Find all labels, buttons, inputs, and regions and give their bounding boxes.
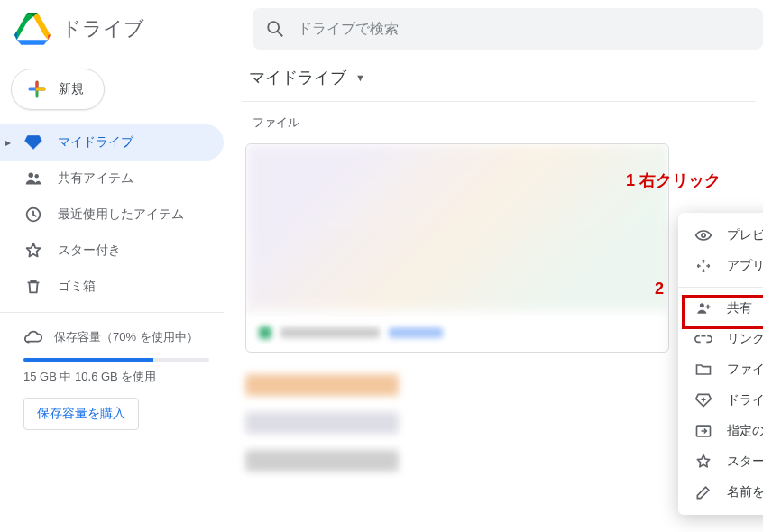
file-thumbnail[interactable] bbox=[245, 143, 669, 353]
drive-logo-icon bbox=[14, 13, 51, 45]
sidebar-item-label: ゴミ箱 bbox=[58, 279, 96, 295]
top-bar: ドライブ bbox=[0, 0, 763, 58]
divider bbox=[0, 312, 224, 313]
mydrive-icon bbox=[23, 133, 43, 152]
search-input[interactable] bbox=[298, 21, 750, 37]
sidebar-item-mydrive[interactable]: ▸ マイドライブ bbox=[0, 124, 224, 161]
list-item[interactable] bbox=[245, 412, 399, 434]
context-menu: プレビュー アプリで開く › 共有 リンクを取得 ファイルの場所を表示 bbox=[678, 213, 763, 515]
eye-icon bbox=[694, 226, 712, 244]
open-with-icon bbox=[694, 257, 712, 275]
divider bbox=[678, 287, 763, 288]
search-bar[interactable] bbox=[253, 8, 763, 50]
ctx-preview[interactable]: プレビュー bbox=[678, 220, 763, 251]
sidebar: 新規 ▸ マイドライブ 共有アイテム 最近使用したアイテム bbox=[0, 58, 231, 532]
chevron-down-icon: ▼ bbox=[355, 72, 365, 83]
person-add-icon bbox=[694, 299, 712, 317]
ctx-label: 指定の場所へ移動 bbox=[727, 423, 763, 439]
ctx-label: スターを追加 bbox=[727, 454, 763, 470]
ctx-move-to[interactable]: 指定の場所へ移動 bbox=[678, 416, 763, 446]
app-name: ドライブ bbox=[61, 15, 144, 42]
storage-section: 保存容量（70% を使用中） 15 GB 中 10.6 GB を使用 保存容量を… bbox=[0, 327, 224, 430]
ctx-show-location[interactable]: ファイルの場所を表示 bbox=[678, 354, 763, 385]
ctx-label: アプリで開く bbox=[727, 258, 763, 274]
link-icon bbox=[694, 330, 712, 348]
main-pane: マイドライブ ▼ ファイル 1 右クリック 2 プレビュー bbox=[231, 58, 763, 532]
ctx-label: リンクを取得 bbox=[727, 331, 763, 347]
ctx-rename[interactable]: 名前を変更 bbox=[678, 477, 763, 508]
shortcut-icon bbox=[694, 391, 712, 409]
clock-icon bbox=[23, 205, 43, 225]
brand: ドライブ bbox=[0, 13, 253, 45]
rename-icon bbox=[694, 483, 712, 501]
sidebar-item-starred[interactable]: スター付き bbox=[0, 233, 224, 269]
storage-bar-fill bbox=[23, 358, 153, 362]
caret-right-icon: ▸ bbox=[5, 136, 11, 149]
buy-storage-button[interactable]: 保存容量を購入 bbox=[23, 398, 139, 430]
breadcrumb-label: マイドライブ bbox=[249, 67, 346, 88]
section-label: ファイル bbox=[242, 102, 763, 143]
sidebar-item-shared[interactable]: 共有アイテム bbox=[0, 161, 224, 197]
thumbnail-preview bbox=[246, 144, 668, 310]
sidebar-item-trash[interactable]: ゴミ箱 bbox=[0, 269, 224, 305]
star-icon bbox=[694, 453, 712, 471]
storage-usage-text: 15 GB 中 10.6 GB を使用 bbox=[23, 369, 209, 385]
star-icon bbox=[23, 241, 43, 261]
svg-point-5 bbox=[702, 234, 705, 237]
ctx-label: プレビュー bbox=[727, 227, 763, 243]
search-icon bbox=[265, 19, 285, 39]
breadcrumb[interactable]: マイドライブ ▼ bbox=[242, 58, 763, 101]
ctx-label: 名前を変更 bbox=[727, 484, 763, 500]
ctx-label: ドライブにショートカットを追加 bbox=[727, 392, 763, 408]
list-item[interactable] bbox=[245, 374, 399, 396]
ctx-open-with[interactable]: アプリで開く › bbox=[678, 251, 763, 281]
new-button[interactable]: 新規 bbox=[11, 69, 105, 110]
ctx-get-link[interactable]: リンクを取得 bbox=[678, 324, 763, 354]
svg-point-2 bbox=[29, 173, 34, 179]
sidebar-item-label: 共有アイテム bbox=[58, 170, 133, 187]
svg-point-0 bbox=[268, 22, 279, 32]
storage-bar bbox=[23, 358, 209, 362]
storage-label: 保存容量（70% を使用中） bbox=[54, 329, 198, 345]
thumbnail-footer bbox=[246, 310, 668, 353]
shared-icon bbox=[23, 169, 43, 188]
folder-icon bbox=[694, 361, 712, 379]
trash-icon bbox=[23, 277, 43, 297]
ctx-label: ファイルの場所を表示 bbox=[727, 362, 763, 378]
sidebar-item-label: マイドライブ bbox=[58, 134, 133, 151]
svg-point-3 bbox=[34, 174, 38, 178]
ctx-share[interactable]: 共有 bbox=[678, 293, 763, 324]
svg-point-6 bbox=[700, 303, 704, 307]
list-item[interactable] bbox=[245, 450, 399, 472]
sidebar-item-label: 最近使用したアイテム bbox=[58, 206, 184, 223]
sidebar-item-recent[interactable]: 最近使用したアイテム bbox=[0, 197, 224, 233]
cloud-icon bbox=[23, 327, 43, 347]
new-button-label: 新規 bbox=[59, 81, 84, 97]
nav: ▸ マイドライブ 共有アイテム 最近使用したアイテム bbox=[0, 124, 224, 305]
plus-icon bbox=[26, 78, 48, 100]
move-icon bbox=[694, 422, 712, 440]
svg-line-1 bbox=[278, 32, 283, 37]
layout: 新規 ▸ マイドライブ 共有アイテム 最近使用したアイテム bbox=[0, 58, 763, 532]
ctx-label: 共有 bbox=[727, 300, 752, 316]
ctx-add-shortcut[interactable]: ドライブにショートカットを追加 ? bbox=[678, 385, 763, 416]
sidebar-item-label: スター付き bbox=[58, 243, 121, 259]
ctx-add-star[interactable]: スターを追加 bbox=[678, 446, 763, 477]
